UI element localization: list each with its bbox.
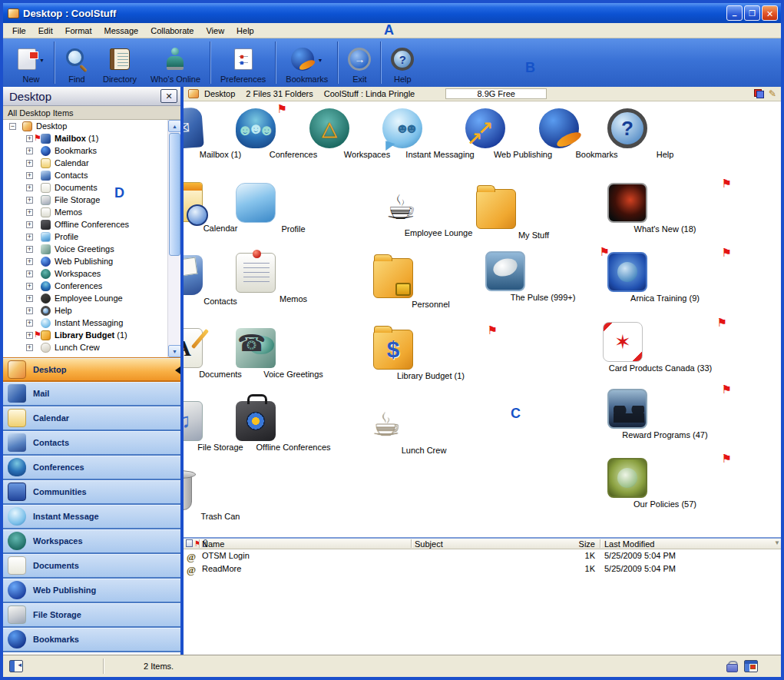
toolbar-button[interactable]: Preferences (213, 38, 273, 87)
scroll-down-icon[interactable]: ▼ (168, 345, 180, 357)
desktop-item-icon[interactable] (607, 389, 647, 429)
file-name[interactable]: OTSM Login (202, 551, 250, 560)
toggle-panel-icon[interactable] (9, 660, 23, 672)
tree-expand-icon[interactable]: + (26, 258, 33, 265)
desktop-item-icon[interactable] (373, 258, 413, 298)
sidebar-nav-button[interactable]: Desktop (3, 357, 180, 382)
close-icon[interactable] (160, 89, 177, 103)
tree-expand-icon[interactable]: + (26, 221, 33, 228)
menu-item[interactable]: Edit (32, 25, 59, 37)
sidebar-nav-button[interactable]: Documents (3, 554, 180, 579)
tree-expand-icon[interactable]: + (26, 234, 33, 240)
desktop-item[interactable]: The Pulse (999+) (485, 251, 600, 302)
desktop-item-icon[interactable] (607, 252, 647, 292)
menu-item[interactable]: Help (230, 25, 260, 37)
column-header-last-modified[interactable]: Last Modified (604, 539, 654, 549)
tree-expand-icon[interactable]: + (26, 307, 33, 314)
sidebar-nav-button[interactable]: Mail (3, 382, 180, 406)
tree-item[interactable]: + Web Publishing (3, 255, 180, 267)
item-type-icon[interactable] (186, 539, 193, 547)
desktop-item[interactable]: Voice Greetings (236, 328, 351, 379)
scroll-up-icon[interactable]: ▲ (168, 120, 180, 132)
tree-expand-icon[interactable]: + (26, 270, 33, 277)
desktop-item[interactable]: My Stuff (476, 189, 591, 240)
tree-item[interactable]: + Contacts (3, 169, 180, 181)
file-list-row[interactable]: @ ReadMore 1K 5/25/2009 5:04 PM (184, 562, 781, 576)
tree-item[interactable]: + Workspaces (3, 267, 180, 280)
tree-item[interactable]: + Voice Greetings (3, 243, 180, 255)
tree-expand-icon[interactable]: + (26, 172, 33, 179)
file-list-row[interactable]: @ OTSM Login 1K 5/25/2009 5:04 PM (184, 549, 781, 562)
tree-expand-icon[interactable]: + (26, 295, 33, 302)
desktop-item[interactable]: Personnel (373, 258, 488, 309)
toolbar-button[interactable]: Help (384, 38, 421, 87)
toolbar-button[interactable]: Directory (96, 38, 144, 87)
chevron-down-icon[interactable] (39, 55, 45, 64)
flag-column-icon[interactable] (194, 539, 201, 548)
menu-item[interactable]: Collaborate (144, 25, 200, 37)
tree-item-desktop-root[interactable]: − Desktop (3, 120, 180, 132)
tree-item[interactable]: + Offline Conferences (3, 218, 180, 231)
maximize-button[interactable] (744, 5, 760, 21)
desktop-item-icon[interactable] (184, 473, 192, 510)
pencil-icon[interactable] (769, 88, 776, 99)
sort-descending-icon[interactable] (774, 539, 780, 546)
tree-expand-icon[interactable]: + (26, 283, 33, 290)
sidebar-nav-button[interactable]: Calendar (3, 406, 180, 431)
tree-expand-icon[interactable]: + (26, 148, 33, 154)
tree-expand-icon[interactable]: + (26, 344, 33, 351)
desktop-item-icon[interactable] (607, 108, 647, 148)
sync-icon[interactable] (754, 89, 764, 98)
tree-item[interactable]: + Conferences (3, 280, 180, 292)
tree-item[interactable]: + Bookmarks (3, 144, 180, 157)
sidebar-nav-button[interactable]: File Storage (3, 603, 180, 628)
desktop-item-icon[interactable] (184, 255, 203, 295)
tree-item[interactable]: + Mailbox (1) (3, 132, 180, 144)
sidebar-nav-button[interactable]: Contacts (3, 431, 180, 456)
toolbar-button[interactable]: Bookmarks (279, 38, 335, 87)
desktop-item-icon[interactable] (184, 107, 204, 150)
toolbar-button[interactable]: New (11, 38, 51, 87)
menu-item[interactable]: View (200, 25, 230, 37)
close-button[interactable] (762, 5, 778, 21)
toolbar-button[interactable]: Find (58, 38, 96, 87)
desktop-item-icon[interactable] (465, 108, 505, 148)
sidebar-nav-button[interactable]: Instant Message (3, 505, 180, 529)
desktop-item[interactable]: Memos (236, 253, 351, 304)
desktop-item-icon[interactable] (184, 182, 203, 222)
sidebar-nav-button[interactable]: Workspaces (3, 529, 180, 554)
desktop-item-icon[interactable] (485, 251, 525, 291)
tree-expand-icon[interactable]: + (26, 184, 33, 191)
title-bar[interactable]: Desktop : CoolStuff (3, 3, 781, 23)
scrollbar-thumb[interactable] (169, 133, 180, 256)
desktop-item-icon[interactable] (236, 108, 276, 148)
desktop-item[interactable]: Profile (236, 183, 351, 234)
toolbar-button[interactable]: Exit (341, 38, 378, 87)
desktop-item-icon[interactable] (236, 328, 276, 368)
desktop-item[interactable]: Arnica Training (9) (607, 252, 723, 303)
desktop-item[interactable]: What's New (18) (607, 183, 723, 234)
tree-item[interactable]: + Documents (3, 181, 180, 194)
column-header-size[interactable]: Size (567, 539, 595, 549)
desktop-item-icon[interactable] (607, 183, 647, 223)
tree-item[interactable]: + Employee Lounge (3, 292, 180, 304)
desktop-item[interactable]: Offline Conferences (236, 401, 351, 452)
desktop-item-icon[interactable] (184, 328, 203, 368)
desktop-item[interactable]: Trash Can (184, 470, 278, 521)
desktop-item[interactable]: Our Policies (57) (607, 458, 723, 509)
desktop-item-icon[interactable] (382, 108, 422, 148)
desktop-item[interactable]: Reward Programs (47) (607, 389, 723, 440)
tree-expand-icon[interactable]: + (26, 246, 33, 253)
desktop-item-icon[interactable] (476, 189, 516, 229)
sidebar-nav-button[interactable]: Web Publishing (3, 579, 180, 603)
tree-expand-icon[interactable]: + (26, 160, 33, 167)
column-header-name[interactable]: Name (202, 539, 224, 549)
sidebar-nav-button[interactable]: Bookmarks (3, 628, 180, 652)
desktop-item-icon[interactable] (236, 183, 276, 223)
tree-item[interactable]: + Instant Messaging (3, 317, 180, 329)
window-view-icon[interactable] (744, 660, 758, 672)
desktop-item-icon[interactable] (309, 108, 349, 148)
tree-expand-icon[interactable]: + (26, 332, 33, 339)
desktop-item-icon[interactable] (603, 322, 643, 362)
desktop-item-icon[interactable] (184, 401, 203, 441)
